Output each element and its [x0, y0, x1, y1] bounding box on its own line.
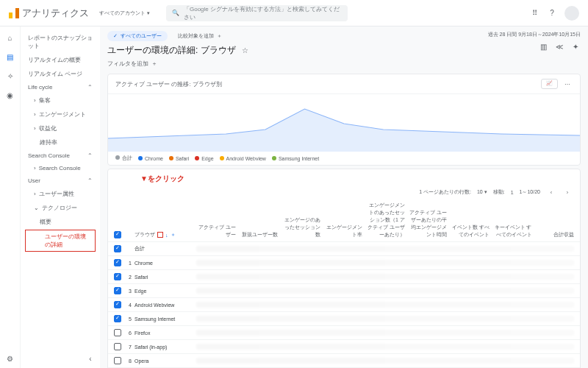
sidebar-item-acquisition[interactable]: ›集客: [21, 93, 100, 107]
help-icon[interactable]: ?: [547, 8, 557, 18]
sort-indicator[interactable]: [157, 232, 163, 238]
sidebar-item-retention[interactable]: 維持率: [21, 135, 100, 149]
insights-icon[interactable]: ✦: [570, 41, 581, 52]
row-browser[interactable]: Safari (in-app): [135, 344, 193, 350]
goto-label: 移動:: [493, 188, 505, 196]
legend-item[interactable]: Samsung Internet: [272, 156, 319, 161]
advertising-icon[interactable]: ◉: [5, 90, 15, 100]
chevron-right-icon: ›: [34, 191, 36, 197]
table-row: 2Safari: [108, 269, 580, 283]
col-eng-sessions[interactable]: エンゲージのあったセッション数: [281, 216, 320, 238]
collapse-sidebar-icon[interactable]: ‹: [85, 353, 96, 364]
sidebar-item-monetization[interactable]: ›収益化: [21, 121, 100, 135]
account-selector[interactable]: すべてのアカウント▾: [95, 8, 154, 18]
col-eng-per-user[interactable]: エンゲージメントのあったセッション数（1 アクティブ ユーザーあたり）: [365, 202, 405, 238]
col-key-events[interactable]: キーイベント すべてのイベント: [492, 224, 532, 238]
row-checkbox[interactable]: [114, 301, 121, 308]
sidebar-item-tech-overview[interactable]: 概要: [21, 215, 100, 229]
add-filter[interactable]: フィルタを追加＋: [107, 60, 581, 68]
add-comparison[interactable]: 比較対象を追加＋: [172, 31, 228, 41]
chart-card: アクティブ ユーザー の推移: ブラウザ別 📈⋯ 合計ChromeSafariE…: [107, 74, 581, 166]
legend-item[interactable]: Android Webview: [220, 156, 266, 161]
legend-item[interactable]: Safari: [169, 156, 189, 161]
col-browser[interactable]: ブラウザ↓＋: [135, 231, 193, 238]
apps-icon[interactable]: ⠿: [529, 8, 539, 18]
favorite-icon[interactable]: ☆: [240, 46, 251, 56]
legend-item[interactable]: Chrome: [138, 156, 163, 161]
settings-icon[interactable]: ⚙: [4, 353, 15, 364]
row-checkbox[interactable]: [114, 343, 121, 350]
row-index: 3: [124, 289, 132, 294]
explore-icon[interactable]: ✧: [5, 71, 15, 81]
legend-item[interactable]: Edge: [195, 156, 213, 161]
sidebar-item-tech-details[interactable]: ユーザーの環境の詳細: [25, 230, 96, 252]
row-index: 2: [124, 275, 132, 280]
row-browser[interactable]: Opera: [135, 358, 193, 364]
chevron-down-icon: ⌄: [34, 205, 39, 211]
row-browser[interactable]: Safari: [135, 275, 193, 280]
segment-all-users[interactable]: ✓すべてのユーザー: [107, 31, 168, 41]
col-active-users[interactable]: アクティブ ユーザー: [196, 224, 236, 238]
row-checkbox[interactable]: [114, 287, 121, 294]
next-page-icon[interactable]: ›: [562, 187, 573, 197]
col-events[interactable]: イベント数 すべてのイベント: [450, 224, 490, 238]
col-avg-eng-time[interactable]: アクティブ ユーザーあたりの平均エンゲージメント時間: [408, 209, 448, 238]
sidebar-item-realtime-pages[interactable]: リアルタイム ページ: [21, 67, 100, 81]
sidebar-item-realtime-overview[interactable]: リアルタイムの概要: [21, 53, 100, 67]
row-index: 6: [124, 330, 132, 336]
legend-item[interactable]: 合計: [115, 155, 132, 162]
add-dimension-icon[interactable]: ＋: [171, 231, 176, 238]
total-label: 合計: [135, 245, 193, 252]
col-revenue[interactable]: 合計収益: [535, 231, 575, 238]
row-index: 4: [124, 302, 132, 308]
sidebar-item-engagement[interactable]: ›エンゲージメント: [21, 107, 100, 121]
sidebar-group-user[interactable]: User⌃: [21, 174, 100, 187]
table-card: ▼をクリック 1 ページあたりの行数: 10 ▾ 移動: 1 1～10/20 ‹…: [107, 169, 581, 368]
rows-per-page-select[interactable]: 10 ▾: [477, 189, 487, 195]
goto-input[interactable]: 1: [511, 190, 514, 195]
sidebar-item-snapshot[interactable]: レポートのスナップショット: [21, 31, 100, 53]
select-all-checkbox[interactable]: [114, 231, 121, 238]
chevron-right-icon: ›: [34, 111, 36, 118]
table-row: 1Chrome: [108, 255, 580, 269]
col-new-users[interactable]: 新規ユーザー数: [239, 231, 279, 238]
row-checkbox[interactable]: [114, 315, 121, 322]
sidebar: レポートのスナップショット リアルタイムの概要 リアルタイム ページ Life …: [21, 26, 100, 368]
row-browser[interactable]: Samsung Internet: [135, 316, 193, 322]
row-index: 1: [124, 261, 132, 266]
sidebar-item-user-attr[interactable]: ›ユーザー属性: [21, 187, 100, 201]
plus-icon: ＋: [151, 60, 157, 68]
row-browser[interactable]: Edge: [135, 289, 193, 294]
date-range[interactable]: 過去 28 日間 9月18日～2024年10月15日: [488, 31, 581, 38]
chart-type-line[interactable]: 📈: [541, 79, 558, 89]
row-checkbox[interactable]: [114, 273, 121, 280]
col-eng-rate[interactable]: エンゲージメント率: [323, 224, 363, 238]
logo-icon: [9, 8, 19, 18]
table-header: ブラウザ↓＋ アクティブ ユーザー 新規ユーザー数 エンゲージのあったセッション…: [108, 199, 580, 241]
prev-page-icon[interactable]: ‹: [546, 187, 556, 197]
sidebar-item-searchconsole[interactable]: ›Search Console: [21, 162, 100, 174]
row-browser[interactable]: Firefox: [135, 330, 193, 336]
home-icon[interactable]: ⌂: [5, 32, 15, 43]
row-checkbox[interactable]: [114, 245, 121, 252]
chart-title: アクティブ ユーザー の推移: ブラウザ別: [115, 80, 222, 88]
share-icon[interactable]: ≪: [554, 41, 564, 52]
sidebar-item-technology[interactable]: ⌄テクノロジー: [21, 201, 100, 215]
search-input[interactable]: 🔍 「Google シグナルを有効にする方法」と検索してみてください: [166, 5, 348, 21]
row-browser[interactable]: Chrome: [135, 261, 193, 266]
row-checkbox[interactable]: [114, 259, 121, 266]
chevron-right-icon: ›: [34, 165, 36, 171]
more-icon[interactable]: ⋯: [562, 79, 573, 89]
sort-down-icon: ↓: [165, 233, 168, 238]
table-row-total: 合計: [108, 241, 580, 255]
customize-icon[interactable]: ▥: [538, 41, 548, 52]
page-range: 1～10/20: [520, 188, 540, 196]
row-checkbox[interactable]: [114, 329, 121, 336]
reports-icon[interactable]: ▤: [5, 52, 15, 62]
chevron-up-icon: ⌃: [87, 84, 93, 91]
row-browser[interactable]: Android Webview: [135, 302, 193, 308]
sidebar-group-lifecycle[interactable]: Life cycle⌃: [21, 81, 100, 93]
sidebar-group-searchconsole[interactable]: Search Console⌃: [21, 149, 100, 162]
row-checkbox[interactable]: [114, 357, 121, 364]
avatar[interactable]: [564, 6, 579, 21]
